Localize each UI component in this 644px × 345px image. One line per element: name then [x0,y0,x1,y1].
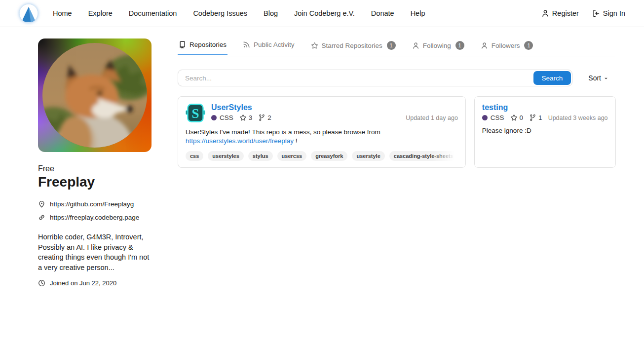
repo-desc-link[interactable]: https://userstyles.world/user/freeplay [186,137,294,145]
repo-card-testing: testing CSS 0 [474,96,616,168]
sign-in-button[interactable]: Sign In [592,9,625,17]
repo-meta-row: CSS 0 1 [482,114,608,121]
sort-label: Sort [588,74,601,82]
profile-website2[interactable]: https://freeplay.codeberg.page [50,214,139,221]
topic-pill[interactable]: stylus [248,151,273,161]
repo-description: Please ignore :D [482,126,608,135]
topic-list: css userstyles stylus usercss greasyfork… [186,151,458,161]
nav-item-join-codeberg[interactable]: Join Codeberg e.V. [294,9,355,17]
repo-updated: Updated 1 day ago [406,115,458,121]
tab-following-label: Following [423,42,451,49]
language-label: CSS [491,114,504,121]
topic-pill[interactable]: usercss [277,151,307,161]
person-icon [412,42,419,49]
sign-in-label: Sign In [603,9,625,17]
nav-item-blog[interactable]: Blog [264,9,278,17]
profile-sidebar: Free Freeplay https://github.com/Freepla… [38,38,152,287]
topic-pill[interactable]: css [186,151,203,161]
tab-followers[interactable]: Followers 1 [480,38,534,56]
tab-followers-label: Followers [492,42,520,49]
language-dot [482,115,488,120]
profile-website-row: https://github.com/Freeplayg [38,200,152,208]
register-button[interactable]: Register [541,9,579,17]
tab-starred-repositories[interactable]: Starred Repositories 1 [310,38,397,56]
repo-description: UserStyles I've made! This repo is a mes… [186,128,458,146]
tab-repositories-label: Repositories [189,41,227,48]
profile-username: Freeplay [38,174,152,190]
profile-website1[interactable]: https://github.com/Freeplayg [50,200,134,208]
nav-item-documentation[interactable]: Documentation [129,9,177,17]
nav-item-help[interactable]: Help [411,9,425,17]
starred-count-badge: 1 [387,41,396,50]
profile-tabs: Repositories Public Activity Starred Rep… [178,38,615,56]
tab-public-activity-label: Public Activity [254,41,295,48]
fork-count-value: 2 [267,114,271,121]
followers-count-badge: 1 [524,41,533,50]
profile-joined-row: Joined on Jun 22, 2020 [38,279,152,287]
repo-card-list: S UserStyles CSS 3 [178,96,615,168]
rss-icon [243,41,250,48]
chevron-down-icon [604,76,608,81]
avatar-photo-fox [42,43,147,148]
star-count-value: 3 [249,114,253,121]
profile-link-row: https://freeplay.codeberg.page [38,214,152,221]
topic-pill[interactable]: greasyfork [311,151,347,161]
star-count[interactable]: 0 [510,114,524,121]
nav-auth-area: Register Sign In [541,9,625,17]
star-count-value: 0 [520,114,524,121]
profile-bio: Horrible coder, G4M3R, Introvert, Possib… [38,232,152,272]
topic-pill[interactable]: cascading-style-sheets [389,151,458,161]
tab-public-activity[interactable]: Public Activity [242,38,296,55]
topic-pill[interactable]: userstyles [208,151,243,161]
repo-card-userstyles: S UserStyles CSS 3 [178,96,466,168]
repo-updated: Updated 3 weeks ago [548,115,608,121]
repo-meta-row: CSS 3 [211,114,458,121]
search-button[interactable]: Search [533,71,571,85]
repo-link-userstyles[interactable]: UserStyles [211,103,252,112]
link-icon [38,214,45,221]
sort-dropdown[interactable]: Sort [588,74,608,82]
nav-item-donate[interactable]: Donate [371,9,394,17]
person-icon [541,9,549,17]
nav-item-explore[interactable]: Explore [88,9,113,17]
repositories-section: Repositories Public Activity Starred Rep… [178,38,615,287]
following-count-badge: 1 [455,41,464,50]
profile-avatar [38,38,152,152]
topic-pill[interactable]: userstyle [352,151,384,161]
language-dot [211,115,217,120]
profile-joined-date: Joined on Jun 22, 2020 [50,279,116,287]
repo-title-block: testing CSS 0 [482,103,608,121]
nav-item-codeberg-issues[interactable]: Codeberg Issues [193,9,247,17]
tab-starred-label: Starred Repositories [322,42,382,49]
codeberg-logo-icon[interactable] [18,3,39,24]
repo-desc-text: UserStyles I've made! This repo is a mes… [186,128,380,136]
tab-repositories[interactable]: Repositories [178,38,227,55]
sign-in-icon [592,9,600,17]
star-icon [510,114,518,121]
repo-search-row: Search Sort [178,70,615,86]
repo-link-testing[interactable]: testing [482,103,508,112]
language-label: CSS [220,114,233,121]
star-icon [311,42,318,49]
fork-count-value: 1 [538,114,542,121]
repo-title-block: UserStyles CSS 3 [211,103,458,123]
navbar: Home Explore Documentation Codeberg Issu… [0,0,644,27]
git-branch-icon [258,114,265,121]
register-label: Register [552,9,579,17]
tab-following[interactable]: Following 1 [411,38,465,56]
repo-card-head: S UserStyles CSS 3 [186,103,458,123]
stylus-logo-icon[interactable]: S [186,103,205,123]
nav-item-home[interactable]: Home [53,9,72,17]
search-field-wrap: Search [178,70,572,86]
repo-desc-suffix: ! [294,137,298,145]
fork-count[interactable]: 2 [258,114,271,121]
svg-text:S: S [191,106,199,121]
profile-pronouns: Free [38,164,152,173]
star-count[interactable]: 3 [239,114,253,121]
search-input[interactable] [178,70,572,86]
person-icon [481,42,488,49]
fork-count[interactable]: 1 [529,114,542,121]
git-branch-icon [529,114,536,121]
nav-links: Home Explore Documentation Codeberg Issu… [53,9,441,17]
main-content: Free Freeplay https://github.com/Freepla… [0,27,644,287]
